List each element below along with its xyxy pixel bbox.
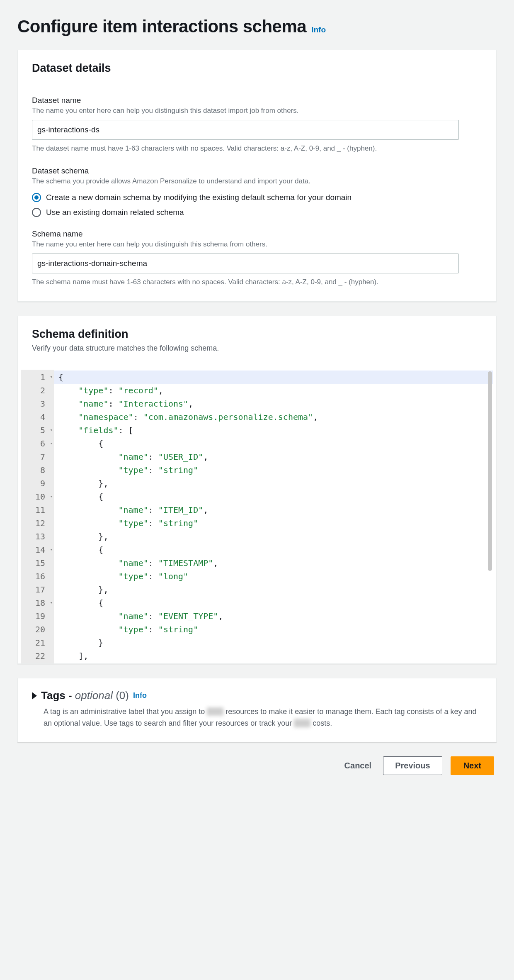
code-line[interactable]: }, xyxy=(58,477,489,490)
code-line[interactable]: { xyxy=(54,371,493,384)
code-line[interactable]: { xyxy=(58,543,489,556)
footer-actions: Cancel Previous Next xyxy=(17,756,497,775)
code-line[interactable]: "name": "USER_ID", xyxy=(58,450,489,463)
schema-name-description: The name you enter here can help you dis… xyxy=(32,240,482,249)
code-line[interactable]: "name": "EVENT_TYPE", xyxy=(58,609,489,623)
tags-info-link[interactable]: Info xyxy=(133,691,147,700)
code-line[interactable]: "fields": [ xyxy=(58,424,489,437)
code-line[interactable]: } xyxy=(58,636,489,649)
dataset-details-title: Dataset details xyxy=(32,62,482,75)
scrollbar-thumb[interactable] xyxy=(488,371,492,571)
dataset-name-field: Dataset name The name you enter here can… xyxy=(32,96,482,154)
tags-count: (0) xyxy=(116,689,129,702)
dataset-name-label: Dataset name xyxy=(32,96,482,105)
schema-radio-option-1[interactable]: Use an existing domain related schema xyxy=(32,208,482,217)
code-line[interactable]: "type": "string" xyxy=(58,463,489,477)
tags-title-prefix: Tags - xyxy=(41,689,75,702)
dataset-details-panel: Dataset details Dataset name The name yo… xyxy=(17,50,497,302)
code-line[interactable]: }, xyxy=(58,530,489,543)
schema-name-label: Schema name xyxy=(32,229,482,239)
radio-icon xyxy=(32,193,41,202)
dataset-schema-description: The schema you provide allows Amazon Per… xyxy=(32,177,482,185)
dataset-name-description: The name you enter here can help you dis… xyxy=(32,107,482,115)
chevron-right-icon xyxy=(32,692,37,700)
code-line[interactable]: "name": "Interactions", xyxy=(58,397,489,410)
dataset-schema-field: Dataset schema The schema you provide al… xyxy=(32,166,482,217)
code-line[interactable]: "type": "string" xyxy=(58,623,489,636)
code-line[interactable]: "namespace": "com.amazonaws.personalize.… xyxy=(58,410,489,424)
code-line[interactable]: { xyxy=(58,490,489,503)
radio-label: Use an existing domain related schema xyxy=(46,208,184,217)
radio-icon xyxy=(32,208,41,217)
tags-optional-label: optional xyxy=(75,689,113,702)
schema-name-input[interactable] xyxy=(32,254,459,273)
page-title: Configure item interactions schema xyxy=(17,17,306,37)
schema-name-field: Schema name The name you enter here can … xyxy=(32,229,482,288)
info-link[interactable]: Info xyxy=(311,25,326,34)
code-line[interactable]: "type": "record", xyxy=(58,384,489,397)
radio-label: Create a new domain schema by modifying … xyxy=(46,193,352,202)
tags-header[interactable]: Tags - optional (0) Info xyxy=(32,689,482,702)
dataset-schema-label: Dataset schema xyxy=(32,166,482,176)
code-line[interactable]: ], xyxy=(58,649,489,663)
next-button[interactable]: Next xyxy=(451,756,494,775)
dataset-name-input[interactable] xyxy=(32,120,459,140)
code-line[interactable]: { xyxy=(58,437,489,450)
schema-code-editor[interactable]: 1▾2345▾6▾78910▾11121314▾15161718▾1920212… xyxy=(21,370,493,663)
dataset-name-constraint: The dataset name must have 1-63 characte… xyxy=(32,143,482,154)
code-line[interactable]: { xyxy=(58,596,489,609)
schema-definition-panel: Schema definition Verify your data struc… xyxy=(17,316,497,664)
cancel-button[interactable]: Cancel xyxy=(341,757,375,775)
tags-description: A tag is an administrative label that yo… xyxy=(44,706,482,729)
code-line[interactable]: "type": "long" xyxy=(58,570,489,583)
schema-definition-subtitle: Verify your data structure matches the f… xyxy=(32,344,482,353)
code-line[interactable]: "name": "TIMESTAMP", xyxy=(58,556,489,570)
schema-radio-option-0[interactable]: Create a new domain schema by modifying … xyxy=(32,193,482,202)
schema-definition-title: Schema definition xyxy=(32,328,482,341)
schema-name-constraint: The schema name must have 1-63 character… xyxy=(32,277,482,288)
code-line[interactable]: }, xyxy=(58,583,489,596)
tags-panel: Tags - optional (0) Info A tag is an adm… xyxy=(17,678,497,742)
previous-button[interactable]: Previous xyxy=(383,756,442,775)
code-line[interactable]: "name": "ITEM_ID", xyxy=(58,503,489,517)
code-line[interactable]: "type": "string" xyxy=(58,517,489,530)
